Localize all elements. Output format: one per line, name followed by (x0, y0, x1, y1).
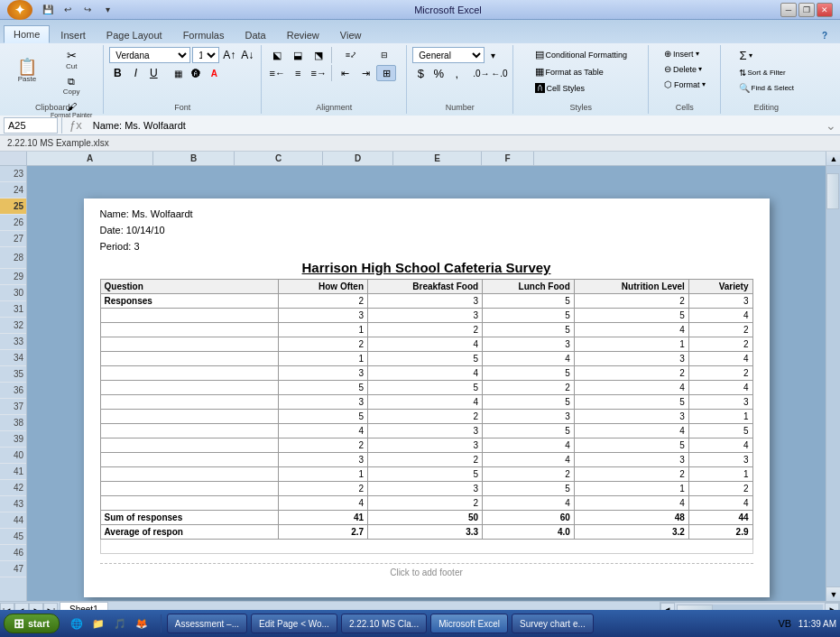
format-as-table-btn[interactable]: ▦ Format as Table (531, 64, 607, 79)
tab-page-layout[interactable]: Page Layout (97, 26, 172, 43)
increase-indent-btn[interactable]: ⇥ (355, 65, 375, 81)
cell-styles-btn[interactable]: 🅰 Cell Styles (531, 81, 589, 96)
header-question: Question (100, 280, 279, 294)
taskbar-item-excel[interactable]: Microsoft Excel (430, 614, 508, 633)
ribbon-group-editing: Σ ▾ ⇅ Sort & Filter 🔍 Find & Select Edit… (721, 45, 811, 114)
cut-button[interactable]: ✂ Cut (47, 47, 96, 72)
number-format-select[interactable]: General (412, 47, 485, 63)
decrease-indent-btn[interactable]: ⇤ (335, 65, 355, 81)
cell-r33-e: 1 (574, 337, 688, 352)
ribbon-group-font: Verdana 10 A↑ A↓ B I U ▦ 🅐 A (104, 45, 262, 114)
tab-home[interactable]: Home (4, 25, 50, 43)
cell-r44-e: 4 (574, 496, 688, 511)
expand-formula-btn[interactable]: ⌄ (826, 118, 836, 133)
fill-color-btn[interactable]: 🅐 (188, 65, 204, 81)
align-right-btn[interactable]: ≡→ (309, 65, 328, 81)
scroll-up-btn[interactable]: ▲ (826, 152, 840, 166)
underline-btn[interactable]: U (145, 65, 162, 81)
taskbar-item-assessment[interactable]: Assessment –... (167, 614, 247, 633)
wrap-text-btn2[interactable]: ⊞ (376, 65, 396, 81)
tab-insert[interactable]: Insert (51, 26, 96, 43)
tray-vb-icon[interactable]: VB (775, 614, 795, 633)
conditional-formatting-btn[interactable]: ▤ Conditional Formatting (531, 47, 632, 62)
cell-r44-c: 2 (368, 496, 483, 511)
tab-view[interactable]: View (330, 26, 372, 43)
col-header-rest (534, 152, 826, 165)
taskbar-item-survey[interactable]: Survey chart e... (512, 614, 594, 633)
cell-r38-c: 2 (368, 410, 483, 424)
wrap-text-btn[interactable]: ≡⤦ (335, 47, 367, 63)
insert-cells-btn[interactable]: ⊕ Insert ▾ (660, 47, 703, 60)
format-cells-btn[interactable]: ⬡ Format ▾ (660, 78, 709, 91)
align-top-left-btn[interactable]: ⬕ (267, 47, 287, 63)
taskbar-item-msclass[interactable]: 2.22.10 MS Cla... (341, 614, 427, 633)
main-area: 23 24 25 26 27 28 29 30 31 32 33 34 35 3… (0, 152, 840, 601)
sum-b: 41 (279, 511, 368, 525)
italic-btn[interactable]: I (127, 65, 143, 81)
comma-btn[interactable]: , (448, 65, 465, 81)
font-shrink-btn[interactable]: A↓ (239, 47, 255, 63)
help-btn[interactable]: ? (817, 27, 833, 43)
scroll-thumb[interactable] (826, 173, 839, 209)
font-grow-btn[interactable]: A↑ (221, 47, 237, 63)
minimize-btn[interactable]: ─ (780, 3, 797, 17)
row-37: 37 (0, 399, 26, 415)
cell-r37-b: 3 (279, 395, 368, 410)
border-btn[interactable]: ▦ (170, 65, 186, 81)
explorer-icon[interactable]: 📁 (88, 614, 108, 633)
align-center-btn[interactable]: ≡ (288, 65, 308, 81)
start-button[interactable]: ⊞ start (4, 614, 60, 633)
tab-review[interactable]: Review (277, 26, 329, 43)
taskbar-time: 11:39 AM (798, 619, 836, 629)
autosum-btn[interactable]: Σ ▾ (735, 47, 757, 64)
click-footer[interactable]: Click to add footer (100, 563, 753, 581)
save-quick-btn[interactable]: 💾 (40, 2, 56, 18)
tab-formulas[interactable]: Formulas (173, 26, 235, 43)
firefox-icon[interactable]: 🦊 (132, 614, 152, 633)
office-button[interactable]: ✦ (7, 0, 32, 20)
redo-quick-btn[interactable]: ↪ (79, 2, 96, 18)
insert-icon: ⊕ (664, 49, 671, 59)
cell-r38-b: 5 (279, 410, 368, 424)
scroll-down-btn[interactable]: ▼ (826, 586, 840, 601)
sort-filter-btn[interactable]: ⇅ Sort & Filter (735, 66, 789, 79)
font-style-row: B I U ▦ 🅐 A (109, 65, 222, 81)
number-format-more[interactable]: ▾ (485, 47, 501, 63)
merge-center-btn[interactable]: ⊟ (368, 47, 401, 63)
cell-r38-f: 1 (688, 410, 752, 424)
undo-quick-btn[interactable]: ↩ (60, 2, 76, 18)
avg-label: Average of respon (100, 525, 279, 540)
page-scroll-area[interactable]: Name: Ms. Wolfaardt Date: 10/14/10 Perio… (27, 166, 826, 601)
row-numbers-panel: 23 24 25 26 27 28 29 30 31 32 33 34 35 3… (0, 152, 27, 601)
align-left-btn[interactable]: ≡← (267, 65, 287, 81)
media-icon[interactable]: 🎵 (110, 614, 130, 633)
vertical-scrollbar[interactable]: ▲ ▼ (826, 152, 840, 601)
close-btn[interactable]: ✕ (817, 3, 833, 17)
bold-btn[interactable]: B (109, 65, 125, 81)
taskbar-item-editpage[interactable]: Edit Page < Wo... (251, 614, 337, 633)
formula-input[interactable] (89, 120, 822, 131)
ie-icon[interactable]: 🌐 (67, 614, 87, 633)
tab-data[interactable]: Data (235, 26, 275, 43)
font-size-select[interactable]: 10 (192, 47, 219, 63)
find-select-btn[interactable]: 🔍 Find & Select (735, 81, 798, 95)
cell-r41-e: 3 (574, 453, 688, 467)
cell-r42-d: 2 (483, 467, 575, 482)
header-variety: Variety (688, 280, 752, 294)
align-top-center-btn[interactable]: ⬓ (288, 47, 308, 63)
align-top-right-btn[interactable]: ⬔ (309, 47, 328, 63)
scroll-track[interactable] (826, 166, 840, 586)
font-face-select[interactable]: Verdana (109, 47, 190, 63)
percent-btn[interactable]: % (430, 65, 447, 81)
copy-button[interactable]: ⧉ Copy (47, 74, 96, 97)
paste-button[interactable]: 📋 Paste (9, 47, 45, 94)
restore-btn[interactable]: ❐ (798, 3, 815, 17)
accounting-btn[interactable]: $ (412, 65, 429, 81)
cell-r31-d: 5 (483, 309, 575, 323)
decimal-decrease-btn[interactable]: ←.0 (491, 65, 507, 81)
delete-cells-btn[interactable]: ⊖ Delete ▾ (660, 62, 706, 76)
quick-access-more[interactable]: ▾ (99, 2, 115, 18)
cell-r39-c: 3 (368, 424, 483, 439)
font-color-btn[interactable]: A (206, 65, 222, 81)
decimal-increase-btn[interactable]: .0→ (473, 65, 489, 81)
